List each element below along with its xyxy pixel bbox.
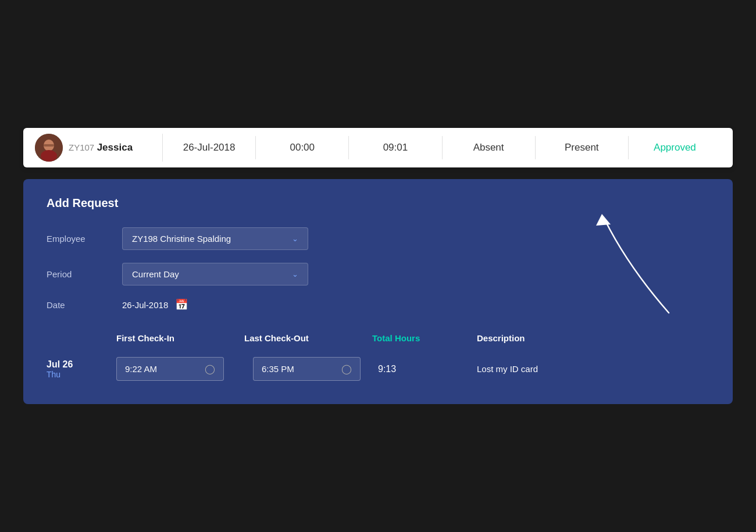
- period-label: Period: [47, 269, 110, 279]
- avatar: [35, 134, 63, 162]
- time-table-header: First Check-In Last Check-Out Total Hour…: [47, 329, 709, 348]
- col-header-totalhours: Total Hours: [372, 329, 477, 348]
- period-select[interactable]: Current Day ⌄: [122, 263, 308, 285]
- col-header-0: [47, 329, 116, 348]
- date-day: Jul 26: [47, 359, 116, 370]
- top-row: ZY107 Jessica 26-Jul-2018 00:00 09:01 Ab…: [23, 128, 733, 167]
- top-date: 26-Jul-2018: [163, 136, 256, 159]
- svg-point-2: [41, 150, 57, 162]
- employee-name: Jessica: [97, 142, 133, 153]
- form-section: Employee ZY198 Christine Spalding ⌄ Peri…: [47, 227, 709, 311]
- top-approval: Approved: [629, 136, 721, 159]
- top-status1: Absent: [443, 136, 536, 159]
- date-label: Date: [47, 300, 110, 310]
- last-checkout-input[interactable]: 6:35 PM ◯: [253, 357, 361, 381]
- calendar-icon[interactable]: 📅: [175, 298, 188, 311]
- top-checkin: 00:00: [256, 136, 349, 159]
- date-row: Date 26-Jul-2018 📅: [47, 298, 709, 311]
- top-checkout: 09:01: [349, 136, 442, 159]
- first-checkin-value: 9:22 AM: [125, 364, 157, 374]
- svg-rect-3: [44, 144, 54, 147]
- panel-title: Add Request: [47, 197, 709, 210]
- date-display: 26-Jul-2018 📅: [122, 298, 188, 311]
- employee-select-value: ZY198 Christine Spalding: [132, 234, 231, 244]
- date-cell: Jul 26 Thu: [47, 359, 116, 379]
- page-wrapper: ZY107 Jessica 26-Jul-2018 00:00 09:01 Ab…: [23, 128, 733, 404]
- employee-chevron-icon: ⌄: [292, 234, 298, 243]
- description-value: Lost my ID card: [477, 364, 709, 374]
- time-table-row: Jul 26 Thu 9:22 AM ◯ 6:35 PM ◯ 9:13 Lost…: [47, 357, 709, 381]
- employee-select[interactable]: ZY198 Christine Spalding ⌄: [122, 227, 308, 250]
- add-request-panel: Add Request Employee ZY198 Christine Spa…: [23, 179, 733, 404]
- period-chevron-icon: ⌄: [292, 270, 298, 279]
- employee-id: ZY107: [69, 142, 94, 152]
- date-weekday: Thu: [47, 370, 116, 379]
- first-checkin-input[interactable]: 9:22 AM ◯: [116, 357, 224, 381]
- employee-row: Employee ZY198 Christine Spalding ⌄: [47, 227, 709, 250]
- svg-marker-4: [596, 214, 611, 226]
- date-value: 26-Jul-2018: [122, 300, 168, 310]
- checkout-clock-icon: ◯: [341, 363, 352, 374]
- col-header-description: Description: [477, 329, 709, 348]
- period-row: Period Current Day ⌄: [47, 263, 709, 285]
- checkin-clock-icon: ◯: [205, 363, 215, 374]
- col-header-checkout: Last Check-Out: [244, 329, 372, 348]
- period-select-value: Current Day: [132, 269, 179, 279]
- employee-cell: ZY107 Jessica: [35, 134, 163, 162]
- time-table: First Check-In Last Check-Out Total Hour…: [47, 329, 709, 381]
- employee-info: ZY107 Jessica: [69, 142, 133, 153]
- total-hours-value: 9:13: [372, 364, 477, 374]
- employee-label: Employee: [47, 234, 110, 244]
- last-checkout-value: 6:35 PM: [262, 364, 294, 374]
- col-header-checkin: First Check-In: [116, 329, 244, 348]
- top-status2: Present: [536, 136, 629, 159]
